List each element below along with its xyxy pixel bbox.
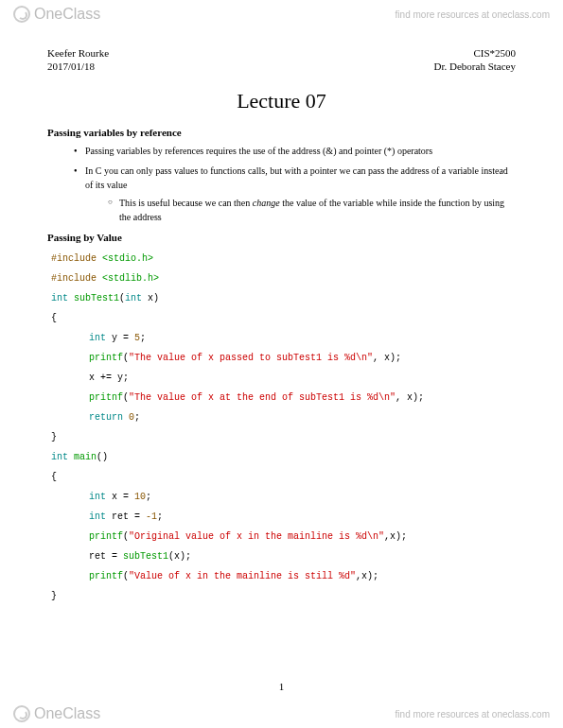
code-line: x += y; (51, 368, 516, 388)
logo-text: OneClass (34, 705, 100, 722)
header-watermark: OneClass find more resources at oneclass… (0, 0, 563, 28)
logo-text: OneClass (34, 6, 100, 23)
document-page: Keefer Rourke CIS*2500 2017/01/18 Dr. De… (0, 0, 563, 644)
footer-watermark: OneClass find more resources at oneclass… (0, 700, 563, 728)
brand-logo: OneClass (13, 6, 100, 23)
header-row-1: Keefer Rourke CIS*2500 (47, 47, 516, 59)
code-line: int main() (51, 447, 516, 467)
code-line: #include <stdio.h> (51, 249, 516, 269)
code-line: #include <stdlib.h> (51, 269, 516, 288)
brand-logo: OneClass (13, 705, 100, 722)
header-row-2: 2017/01/18 Dr. Deborah Stacey (47, 61, 516, 72)
sub-list: This is useful because we can then chang… (85, 196, 516, 224)
instructor-name: Dr. Deborah Stacey (434, 61, 516, 72)
code-line: int x = 10; (51, 487, 516, 507)
find-more-link-bottom[interactable]: find more resources at oneclass.com (396, 709, 550, 719)
code-line: int subTest1(int x) (51, 288, 516, 308)
section-heading-reference: Passing variables by reference (47, 127, 516, 138)
code-line: int ret = -1; (51, 507, 516, 527)
page-title: Lecture 07 (47, 89, 516, 113)
course-code: CIS*2500 (473, 47, 516, 59)
code-line: printf("Original value of x in the mainl… (51, 527, 516, 546)
find-more-link-top[interactable]: find more resources at oneclass.com (396, 9, 550, 20)
code-line: { (51, 308, 516, 328)
author-name: Keefer Rourke (47, 47, 109, 59)
code-line: printf("Value of x in the mainline is st… (51, 566, 516, 586)
logo-icon (13, 705, 30, 722)
list-item: Passing variables by references requires… (74, 144, 516, 158)
code-line: int y = 5; (51, 328, 516, 348)
page-number: 1 (0, 681, 563, 692)
bullet-list: Passing variables by references requires… (47, 144, 516, 224)
list-item: In C you can only pass values to functio… (74, 164, 516, 224)
list-item: This is useful because we can then chang… (108, 196, 516, 224)
code-line: } (51, 586, 516, 606)
section-heading-value: Passing by Value (47, 232, 516, 243)
code-line: { (51, 467, 516, 487)
code-line: printf("The value of x passed to subTest… (51, 348, 516, 368)
code-line: ret = subTest1(x); (51, 546, 516, 566)
code-block: #include <stdio.h> #include <stdlib.h> i… (47, 249, 516, 606)
code-line: return 0; (51, 407, 516, 427)
lecture-date: 2017/01/18 (47, 61, 95, 72)
code-line: } (51, 427, 516, 447)
code-line: pritnf("The value of x at the end of sub… (51, 388, 516, 407)
logo-icon (13, 6, 30, 23)
